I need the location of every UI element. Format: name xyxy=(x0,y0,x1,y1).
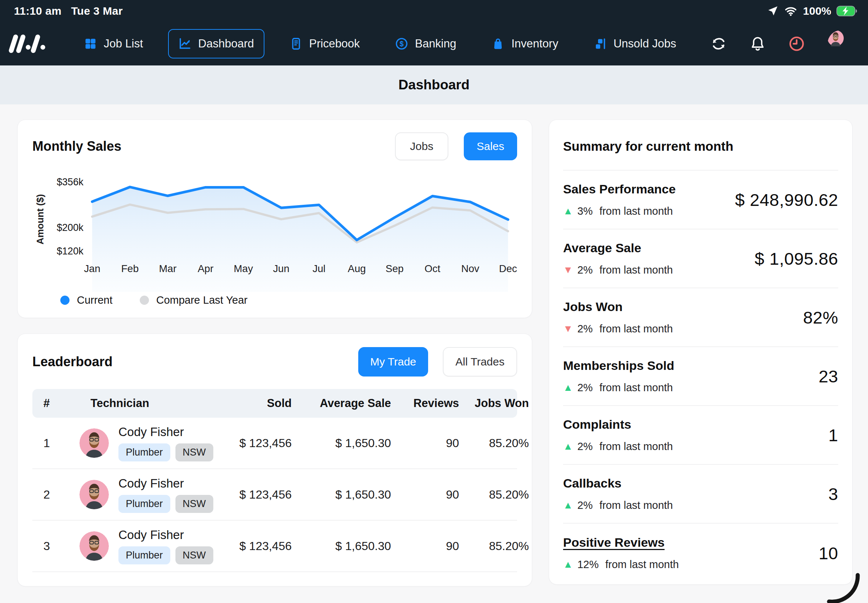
top-nav-bar: Job List Dashboard Pricebook $ Banking I… xyxy=(0,22,868,65)
metric-trend: 2% from last month xyxy=(563,499,673,512)
my-trade-button[interactable]: My Trade xyxy=(358,347,428,377)
technician-avatar xyxy=(79,531,109,561)
trend-note: from last month xyxy=(599,323,673,335)
summary-metric-row: Callbacks 2% from last month 3 xyxy=(563,465,838,524)
summary-metric-row: Positive Reviews 12% from last month 10 xyxy=(563,524,838,583)
nav-item-unsold-jobs[interactable]: Unsold Jobs xyxy=(583,29,687,59)
page-title: Dashboard xyxy=(398,77,469,93)
nav-label: Inventory xyxy=(511,37,558,50)
trend-note: from last month xyxy=(605,558,679,571)
bag-icon xyxy=(491,37,504,50)
table-row[interactable]: 1 Cody Fisher Plumber NSW xyxy=(32,418,517,469)
technician-cell: Cody Fisher Plumber NSW xyxy=(67,528,207,564)
summary-rows: Sales Performance 3% from last month $ 2… xyxy=(563,171,838,583)
sync-icon[interactable] xyxy=(710,36,727,52)
trend-note: from last month xyxy=(599,441,673,453)
reviews-cell: 90 xyxy=(391,436,459,450)
col-sold: Sold xyxy=(207,397,292,410)
technician-cell: Cody Fisher Plumber NSW xyxy=(67,476,207,513)
battery-icon xyxy=(836,6,857,17)
profile-avatar[interactable] xyxy=(828,30,855,57)
nav-item-banking[interactable]: $ Banking xyxy=(385,29,466,59)
legend-item: Current xyxy=(60,294,113,306)
metric-value: 3 xyxy=(828,484,838,504)
trend-percent: 2% xyxy=(577,499,593,512)
metric-name[interactable]: Memberships Sold xyxy=(563,359,674,373)
technician-cell: Cody Fisher Plumber NSW xyxy=(67,425,207,461)
trade-toggle: My Trade All Trades xyxy=(358,347,517,377)
jobs-toggle-button[interactable]: Jobs xyxy=(395,132,448,160)
metric-value: 10 xyxy=(819,543,838,563)
metric-name[interactable]: Callbacks xyxy=(563,476,673,490)
monthly-sales-title: Monthly Sales xyxy=(32,139,121,154)
legend-dot xyxy=(140,295,149,305)
trend-arrow-icon xyxy=(563,441,573,452)
svg-text:Feb: Feb xyxy=(121,263,139,274)
app-logo[interactable] xyxy=(11,34,57,53)
sales-toggle-button[interactable]: Sales xyxy=(464,132,517,160)
nav-item-inventory[interactable]: Inventory xyxy=(481,29,569,59)
line-chart-icon xyxy=(178,37,192,50)
svg-text:Jan: Jan xyxy=(84,263,101,274)
trend-arrow-icon xyxy=(563,323,573,335)
trend-arrow-icon xyxy=(563,264,573,276)
svg-text:Apr: Apr xyxy=(198,263,214,274)
trend-percent: 2% xyxy=(577,264,593,276)
battery-percent: 100% xyxy=(803,5,831,17)
nav-item-dashboard[interactable]: Dashboard xyxy=(168,29,265,59)
table-row[interactable]: 2 Cody Fisher Plumber NSW xyxy=(32,469,517,521)
sales-jobs-toggle: Jobs Sales xyxy=(395,132,517,160)
logo-bar xyxy=(30,34,40,53)
svg-text:Sep: Sep xyxy=(385,263,404,274)
summary-metric-row: Sales Performance 3% from last month $ 2… xyxy=(563,171,838,229)
time-clock-icon[interactable] xyxy=(789,36,805,52)
jobs-won-cell: 85.20% xyxy=(459,488,529,501)
svg-text:May: May xyxy=(234,263,253,274)
svg-text:Jul: Jul xyxy=(313,263,325,274)
svg-text:$: $ xyxy=(400,40,404,48)
trend-percent: 12% xyxy=(577,558,599,571)
logo-dot xyxy=(26,45,31,49)
nav-label: Unsold Jobs xyxy=(613,37,676,50)
main-content: Monthly Sales Jobs Sales Amount ($) $356… xyxy=(0,104,868,586)
nav-label: Job List xyxy=(104,37,143,50)
rank-cell: 3 xyxy=(43,540,67,553)
summary-metric-row: Memberships Sold 2% from last month 23 xyxy=(563,347,838,406)
trend-arrow-icon xyxy=(563,206,573,217)
trend-percent: 2% xyxy=(577,441,593,453)
col-average-sale: Average Sale xyxy=(292,397,391,410)
monthly-sales-chart: $356k$200k$120kJanFebMarAprMayJunJulAugS… xyxy=(48,169,517,292)
metric-name[interactable]: Sales Performance xyxy=(563,182,676,196)
nav-item-pricebook[interactable]: Pricebook xyxy=(279,29,370,59)
nav-item-job-list[interactable]: Job List xyxy=(74,29,153,59)
metric-name[interactable]: Average Sale xyxy=(563,241,673,255)
reviews-cell: 90 xyxy=(391,488,459,501)
summary-card: Summary for current month Sales Performa… xyxy=(549,119,853,584)
technician-avatar xyxy=(79,480,109,509)
leaderboard-card: Leaderboard My Trade All Trades # Techni… xyxy=(17,334,532,586)
svg-text:Jun: Jun xyxy=(273,263,289,274)
trend-note: from last month xyxy=(599,499,673,512)
trade-badge: Plumber xyxy=(118,444,170,461)
metric-name[interactable]: Positive Reviews xyxy=(563,535,679,550)
sold-cell: $ 123,456 xyxy=(207,436,292,450)
wifi-icon xyxy=(784,5,798,17)
svg-text:Oct: Oct xyxy=(424,263,440,274)
svg-text:$356k: $356k xyxy=(57,176,84,187)
jobs-won-cell: 85.20% xyxy=(459,540,529,553)
metric-name[interactable]: Complaints xyxy=(563,417,673,432)
metric-name[interactable]: Jobs Won xyxy=(563,300,673,314)
svg-text:Dec: Dec xyxy=(499,263,517,274)
summary-metric-row: Jobs Won 2% from last month 82% xyxy=(563,288,838,347)
trend-arrow-icon xyxy=(563,500,573,511)
all-trades-button[interactable]: All Trades xyxy=(443,347,517,377)
svg-text:Mar: Mar xyxy=(159,263,176,274)
metric-value: 23 xyxy=(819,366,838,387)
trend-percent: 2% xyxy=(577,323,593,335)
corner-loading-arc xyxy=(826,571,861,603)
table-row[interactable]: 3 Cody Fisher Plumber NSW xyxy=(32,521,517,572)
metric-trend: 2% from last month xyxy=(563,323,673,335)
metric-value: $ 1,095.86 xyxy=(755,249,838,269)
svg-text:$120k: $120k xyxy=(57,246,84,257)
bell-icon[interactable] xyxy=(750,36,766,52)
